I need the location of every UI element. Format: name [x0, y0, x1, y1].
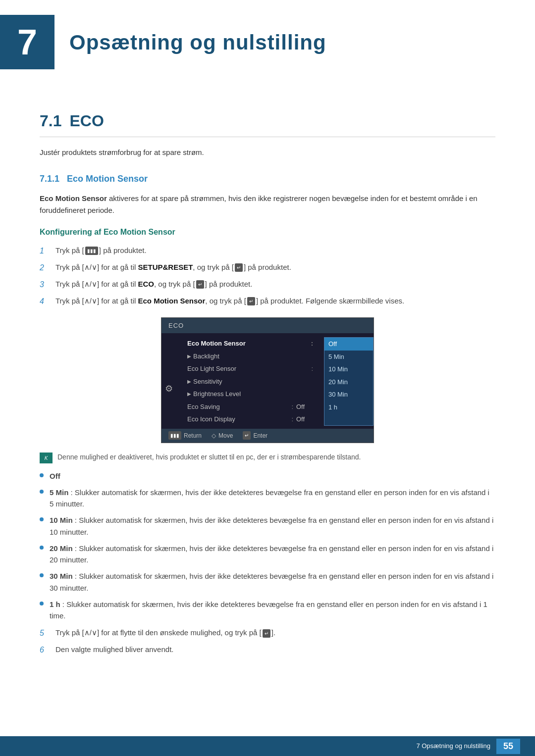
bullet-dot-20min — [40, 546, 44, 550]
step-3: 3 Tryk på [∧/∨] for at gå til ECO, og tr… — [40, 279, 495, 291]
bullet-list: Off 5 Min : Slukker automatisk for skærm… — [40, 470, 495, 622]
enter-icon-5: ↵ — [263, 629, 270, 638]
chapter-header: 7 Opsætning og nulstilling — [0, 0, 535, 79]
bullet-dot-5min — [40, 490, 44, 494]
section-intro: Justér produktets strømforbrug for at sp… — [40, 147, 495, 158]
move-bar-item: ◇ Move — [212, 431, 233, 440]
footer-text: 7 Opsætning og nulstilling 55 — [416, 739, 520, 754]
page-footer: 7 Opsætning og nulstilling 55 — [0, 736, 535, 756]
steps-list: 1 Tryk på [▮▮▮] på produktet. 2 Tryk på … — [40, 245, 495, 307]
bullet-dot-30min — [40, 573, 44, 577]
menu-icon: ▮▮▮ — [85, 247, 98, 255]
subsection-7-1-1-heading: 7.1.1 Eco Motion Sensor — [40, 172, 495, 186]
move-icon: ◇ — [212, 431, 216, 440]
note-text: Denne mulighed er deaktiveret, hvis prod… — [57, 452, 361, 462]
bullet-10min: 10 Min : Slukker automatisk for skærmen,… — [40, 514, 495, 538]
sensitivity-item: ▶ Sensitivity — [183, 375, 320, 388]
dropdown-1h: 1 h — [324, 401, 373, 414]
eco-menu-body: ⚙ Eco Motion Sensor : ▶ Backlight Eco Li… — [161, 333, 374, 429]
return-icon: ▮▮▮ — [168, 431, 181, 440]
steps-list-2: 5 Tryk på [∧/∨] for at flytte til den øn… — [40, 627, 495, 656]
bullet-dot-10min — [40, 517, 44, 521]
eco-icon-display-item: Eco Icon Display : Off — [183, 413, 320, 426]
step-1: 1 Tryk på [▮▮▮] på produktet. — [40, 245, 495, 257]
eco-menu-title: ECO — [161, 318, 374, 334]
bullet-20min: 20 Min : Slukker automatisk for skærmen,… — [40, 543, 495, 566]
chapter-number: 7 — [0, 15, 54, 69]
bullet-30min: 30 Min : Slukker automatisk for skærmen,… — [40, 570, 495, 594]
eco-light-sensor-item: Eco Light Sensor : — [183, 362, 320, 375]
eco-menu-screenshot: ECO ⚙ Eco Motion Sensor : ▶ Backlight Ec… — [161, 317, 374, 443]
bullet-off: Off — [40, 470, 495, 482]
bullet-1h: 1 h : Slukker automatisk for skærmen, hv… — [40, 599, 495, 622]
return-bar-item: ▮▮▮ Return — [168, 431, 202, 440]
eco-menu-items: Eco Motion Sensor : ▶ Backlight Eco Ligh… — [176, 337, 324, 426]
enter-icon: ↵ — [235, 263, 243, 272]
page-number: 55 — [496, 739, 520, 754]
enter-bar-item: ↵ Enter — [243, 431, 268, 440]
bullet-dot-1h — [40, 602, 44, 605]
enter-icon-3: ↵ — [247, 297, 255, 305]
note-svg: K — [42, 454, 51, 461]
section-7-1-heading: 7.1 ECO — [40, 109, 495, 137]
eco-motion-sensor-item: Eco Motion Sensor : — [183, 337, 320, 350]
note-icon: K — [40, 453, 53, 463]
bullet-5min: 5 Min : Slukker automatisk for skærmen, … — [40, 487, 495, 510]
subsection-desc: Eco Motion Sensor aktiveres for at spare… — [40, 193, 495, 216]
bullet-dot-off — [40, 473, 44, 477]
dropdown-20min: 20 Min — [324, 376, 373, 389]
enter-icon-2: ↵ — [196, 280, 204, 289]
gear-icon: ⚙ — [161, 337, 176, 426]
chapter-title: Opsætning og nulstilling — [69, 27, 326, 58]
step-6: 6 Den valgte mulighed bliver anvendt. — [40, 644, 495, 656]
brightness-level-item: ▶ Brightness Level — [183, 388, 320, 401]
step-4: 4 Tryk på [∧/∨] for at gå til Eco Motion… — [40, 296, 495, 307]
note-box: K Denne mulighed er deaktiveret, hvis pr… — [40, 452, 495, 463]
eco-saving-item: Eco Saving : Off — [183, 401, 320, 413]
eco-dropdown: Off 5 Min 10 Min 20 Min 30 Min 1 h — [324, 337, 374, 426]
config-heading: Konfigurering af Eco Motion Sensor — [40, 226, 495, 238]
eco-menu: ECO ⚙ Eco Motion Sensor : ▶ Backlight Ec… — [161, 317, 374, 443]
eco-menu-bar: ▮▮▮ Return ◇ Move ↵ Enter — [161, 429, 374, 443]
dropdown-30min: 30 Min — [324, 388, 373, 401]
dropdown-5min: 5 Min — [324, 351, 373, 363]
footer-chapter-ref: 7 Opsætning og nulstilling — [416, 741, 490, 751]
step-2: 2 Tryk på [∧/∨] for at gå til SETUP&RESE… — [40, 262, 495, 274]
enter-bar-icon: ↵ — [243, 431, 251, 440]
dropdown-10min: 10 Min — [324, 363, 373, 376]
page-content: 7.1 ECO Justér produktets strømforbrug f… — [0, 94, 535, 696]
step-5: 5 Tryk på [∧/∨] for at flytte til den øn… — [40, 627, 495, 639]
dropdown-off: Off — [324, 338, 373, 351]
backlight-item: ▶ Backlight — [183, 350, 320, 363]
